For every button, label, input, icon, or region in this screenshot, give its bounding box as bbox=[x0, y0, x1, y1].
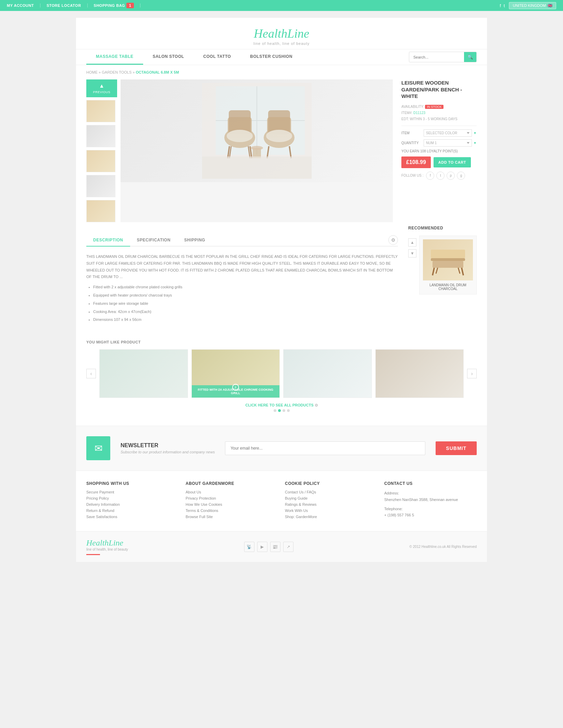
svg-rect-20 bbox=[202, 156, 312, 179]
svg-line-26 bbox=[458, 268, 460, 274]
footer-about-us[interactable]: About Us bbox=[186, 490, 278, 494]
nav-bolster-cushion[interactable]: BOLSTER CUSHION bbox=[240, 49, 302, 65]
footer-secure-payment[interactable]: Secure Payment bbox=[86, 490, 179, 494]
footer-return-refund[interactable]: Return & Refund bbox=[86, 509, 179, 513]
newsletter-input-wrapper bbox=[225, 441, 425, 455]
pinterest-follow-icon[interactable]: p bbox=[447, 172, 455, 180]
rec-arrow-down[interactable]: ▼ bbox=[408, 249, 416, 258]
footer-work-with-us[interactable]: Work With Us bbox=[285, 509, 377, 513]
footer-telephone-value: + (198) 557 766 5 bbox=[384, 513, 414, 517]
description-bullets: Fitted with 2 x adjustable chrome plated… bbox=[93, 284, 398, 323]
tab-settings-button[interactable]: ⚙ bbox=[388, 235, 398, 245]
breadcrumb-category[interactable]: GARDEN TOOLS bbox=[102, 70, 132, 74]
thumbnail-4[interactable] bbox=[86, 175, 115, 197]
product-card-4[interactable] bbox=[375, 349, 464, 398]
svg-rect-21 bbox=[431, 258, 465, 261]
footer-shop-gardenmore[interactable]: Shop: GardenMore bbox=[285, 515, 377, 519]
store-locator-link[interactable]: STORE LOCATOR bbox=[40, 3, 88, 8]
footer-youtube-icon[interactable]: ▶ bbox=[257, 542, 267, 552]
newsletter-section: ✉ NEWSLETTER Subscribe to our product in… bbox=[76, 426, 487, 470]
dot-1[interactable] bbox=[274, 409, 276, 412]
nav-salon-stool[interactable]: SALON STOOL bbox=[143, 49, 194, 65]
footer-col-contact: CONTACT US Address: Shenzhen NanShan 358… bbox=[384, 481, 477, 521]
top-bar: MY ACCOUNT STORE LOCATOR SHOPPING BAG 1 … bbox=[0, 0, 563, 11]
nav-cool-tatto[interactable]: COOL TATTO bbox=[194, 49, 241, 65]
tab-description[interactable]: DESCRIPTION bbox=[86, 234, 130, 247]
footer-rss-icon[interactable]: 📡 bbox=[244, 542, 254, 552]
twitter-icon[interactable]: t bbox=[504, 3, 505, 8]
product-card-1[interactable] bbox=[99, 349, 188, 398]
thumbnail-3[interactable] bbox=[86, 150, 115, 172]
card-expand-icon[interactable]: + bbox=[232, 384, 239, 391]
twitter-follow-icon[interactable]: t bbox=[436, 172, 445, 180]
newsletter-title: NEWSLETTER bbox=[121, 442, 215, 449]
breadcrumb-home[interactable]: HOME bbox=[86, 70, 98, 74]
footer-ratings-reviews[interactable]: Ratings & Reviews bbox=[285, 502, 377, 506]
footer-copyright: © 2012 Healthline.co.uk All Rights Reser… bbox=[410, 545, 477, 549]
see-all-label: CLICK HERE TO SEE ALL PRODUCTS bbox=[245, 403, 313, 407]
quantity-select[interactable]: NUM 1 bbox=[424, 139, 472, 147]
add-to-cart-button[interactable]: ADD TO CART bbox=[434, 157, 471, 167]
recommended-item-title: LANDMANN OIL DRUM CHARCOAL bbox=[423, 283, 473, 291]
thumbnail-strip: ▲ PREVIOUS bbox=[86, 79, 117, 222]
thumbnail-5[interactable] bbox=[86, 200, 115, 222]
breadcrumb-current: OCTAGONAL 6.8M X 5M bbox=[136, 70, 179, 74]
item-color-select[interactable]: SELECTED COLOR bbox=[424, 129, 472, 137]
see-all-icon[interactable]: ⊙ bbox=[315, 403, 318, 407]
search-input[interactable] bbox=[409, 53, 464, 61]
newsletter-icon: ✉ bbox=[86, 436, 110, 460]
country-selector[interactable]: UNITED KINGDOM 🇬🇧 bbox=[509, 2, 556, 9]
footer-buying-guide[interactable]: Buying Guide bbox=[285, 496, 377, 500]
main-product-image bbox=[121, 79, 393, 222]
shopping-bag-link[interactable]: SHOPPING BAG 1 bbox=[88, 3, 141, 8]
facebook-icon[interactable]: f bbox=[500, 3, 501, 8]
thumbnail-1[interactable] bbox=[86, 100, 115, 122]
footer-delivery-info[interactable]: Delivery Information bbox=[86, 502, 179, 506]
footer-save-satisfactions[interactable]: Save Satisfactions bbox=[86, 515, 179, 519]
footer-telephone: Telephone: + (198) 557 766 5 bbox=[384, 506, 477, 518]
footer-contact-faqs[interactable]: Contact Us / FAQs bbox=[285, 490, 377, 494]
recommended-nav: ▲ ▼ bbox=[408, 238, 416, 258]
newsletter-submit-button[interactable]: SUBMIT bbox=[436, 441, 477, 455]
gplus-follow-icon[interactable]: g bbox=[457, 172, 465, 180]
footer-pricing-policy[interactable]: Pricing Policy bbox=[86, 496, 179, 500]
you-might-like: YOU MIGHT LIKE PRODUCT ‹ FITTED WITH 2X … bbox=[86, 340, 477, 412]
footer-feed-icon[interactable]: 📰 bbox=[270, 542, 280, 552]
footer-about-title: ABOUT GARDENMORE bbox=[186, 481, 278, 486]
thumbnail-2[interactable] bbox=[86, 125, 115, 147]
thumb-nav-up[interactable]: ▲ PREVIOUS bbox=[86, 79, 117, 97]
search-button[interactable]: 🔍 bbox=[464, 52, 476, 62]
product-info: LEISURE WOODEN GARDEN/PARK BENCH - WHITE… bbox=[401, 79, 477, 222]
dot-2[interactable] bbox=[278, 409, 281, 412]
product-card-2[interactable]: FITTED WITH 2X ADJUSTABLE CHROME COOKING… bbox=[191, 349, 280, 398]
facebook-follow-icon[interactable]: f bbox=[426, 172, 434, 180]
carousel-next[interactable]: › bbox=[467, 369, 477, 378]
tab-specification[interactable]: SPECIFICATION bbox=[130, 234, 177, 246]
nav-massage-table[interactable]: MASSAGE TABLE bbox=[86, 49, 143, 65]
carousel-prev[interactable]: ‹ bbox=[86, 369, 96, 378]
product-card-3[interactable] bbox=[283, 349, 372, 398]
product-title: LEISURE WOODEN GARDEN/PARK BENCH - WHITE bbox=[401, 79, 477, 100]
footer-terms-conditions[interactable]: Terms & Conditions bbox=[186, 509, 278, 513]
footer-browse-full-site[interactable]: Browse Full Site bbox=[186, 515, 278, 519]
my-account-link[interactable]: MY ACCOUNT bbox=[7, 3, 40, 8]
footer-how-we-use-cookies[interactable]: How We Use Cookies bbox=[186, 502, 278, 506]
tab-shipping[interactable]: SHIPPING bbox=[177, 234, 212, 246]
edit-value: WITHIN 3 - 5 WORKING DAYS bbox=[410, 117, 457, 121]
thumb-arrow-up: ▲ bbox=[99, 83, 104, 89]
site-tagline: line of health, line of beauty bbox=[76, 41, 487, 46]
recommended-item[interactable]: LANDMANN OIL DRUM CHARCOAL bbox=[419, 236, 477, 294]
rec-arrow-up[interactable]: ▲ bbox=[408, 238, 416, 247]
footer-col-about: ABOUT GARDENMORE About Us Privacy Protec… bbox=[186, 481, 278, 521]
item-select-label: ITEM bbox=[401, 131, 424, 135]
recommended-title: RECOMMENDED bbox=[408, 226, 477, 230]
newsletter-email-input[interactable] bbox=[225, 441, 425, 455]
footer-share-icon[interactable]: ↗ bbox=[283, 542, 293, 552]
footer-privacy-protection[interactable]: Privacy Protection bbox=[186, 496, 278, 500]
you-might-like-title: YOU MIGHT LIKE PRODUCT bbox=[86, 340, 477, 344]
dot-4[interactable] bbox=[287, 409, 290, 412]
product-cards: FITTED WITH 2X ADJUSTABLE CHROME COOKING… bbox=[99, 349, 464, 398]
item-select-row: ITEM SELECTED COLOR ▼ bbox=[401, 129, 477, 137]
dot-3[interactable] bbox=[283, 409, 285, 412]
footer-cookie-title: COOKIE POLICY bbox=[285, 481, 377, 486]
